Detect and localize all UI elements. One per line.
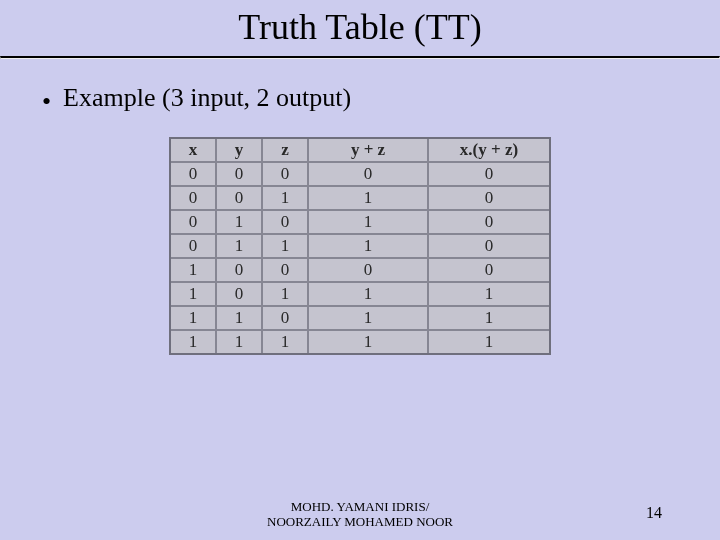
footer-author: MOHD. YAMANI IDRIS/ NOORZAILY MOHAMED NO… <box>0 499 720 530</box>
bullet-icon: • <box>42 89 51 115</box>
page-title: Truth Table (TT) <box>0 0 720 56</box>
cell: 0 <box>263 259 309 283</box>
cell: 0 <box>263 307 309 331</box>
table-row: 1 1 1 1 1 <box>171 331 549 353</box>
cell: 0 <box>429 211 549 235</box>
truth-table-container: x y z y + z x.(y + z) 0 0 0 0 0 0 0 1 1 … <box>0 137 720 355</box>
col-header-z: z <box>263 139 309 163</box>
cell: 0 <box>263 211 309 235</box>
cell: 1 <box>217 235 263 259</box>
cell: 0 <box>171 163 217 187</box>
col-header-yz: y + z <box>309 139 429 163</box>
cell: 1 <box>263 235 309 259</box>
cell: 0 <box>171 187 217 211</box>
cell: 1 <box>263 331 309 353</box>
cell: 1 <box>429 331 549 353</box>
cell: 0 <box>309 259 429 283</box>
cell: 1 <box>309 331 429 353</box>
cell: 1 <box>171 259 217 283</box>
cell: 0 <box>171 235 217 259</box>
table-row: 0 1 1 1 0 <box>171 235 549 259</box>
table-header-row: x y z y + z x.(y + z) <box>171 139 549 163</box>
cell: 0 <box>171 211 217 235</box>
cell: 0 <box>217 163 263 187</box>
col-header-x: x <box>171 139 217 163</box>
cell: 0 <box>429 187 549 211</box>
cell: 0 <box>429 163 549 187</box>
cell: 0 <box>217 283 263 307</box>
footer-author-line2: NOORZAILY MOHAMED NOOR <box>0 514 720 530</box>
truth-table: x y z y + z x.(y + z) 0 0 0 0 0 0 0 1 1 … <box>169 137 551 355</box>
table-row: 1 1 0 1 1 <box>171 307 549 331</box>
col-header-xyz: x.(y + z) <box>429 139 549 163</box>
cell: 0 <box>309 163 429 187</box>
cell: 1 <box>171 331 217 353</box>
cell: 0 <box>263 163 309 187</box>
cell: 1 <box>309 211 429 235</box>
cell: 1 <box>217 331 263 353</box>
table-row: 1 0 1 1 1 <box>171 283 549 307</box>
cell: 1 <box>429 307 549 331</box>
table-row: 0 1 0 1 0 <box>171 211 549 235</box>
cell: 1 <box>217 307 263 331</box>
cell: 1 <box>217 211 263 235</box>
cell: 1 <box>309 283 429 307</box>
cell: 1 <box>171 283 217 307</box>
cell: 0 <box>429 235 549 259</box>
footer-author-line1: MOHD. YAMANI IDRIS/ <box>0 499 720 515</box>
table-row: 1 0 0 0 0 <box>171 259 549 283</box>
table-row: 0 0 1 1 0 <box>171 187 549 211</box>
cell: 1 <box>263 187 309 211</box>
bullet-text: Example (3 input, 2 output) <box>63 83 351 113</box>
cell: 1 <box>171 307 217 331</box>
cell: 1 <box>309 187 429 211</box>
cell: 1 <box>263 283 309 307</box>
table-row: 0 0 0 0 0 <box>171 163 549 187</box>
cell: 1 <box>309 307 429 331</box>
col-header-y: y <box>217 139 263 163</box>
cell: 1 <box>429 283 549 307</box>
footer: MOHD. YAMANI IDRIS/ NOORZAILY MOHAMED NO… <box>0 499 720 530</box>
cell: 0 <box>217 259 263 283</box>
cell: 0 <box>429 259 549 283</box>
page-number: 14 <box>646 504 662 522</box>
cell: 1 <box>309 235 429 259</box>
bullet-item: • Example (3 input, 2 output) <box>0 59 720 115</box>
cell: 0 <box>217 187 263 211</box>
